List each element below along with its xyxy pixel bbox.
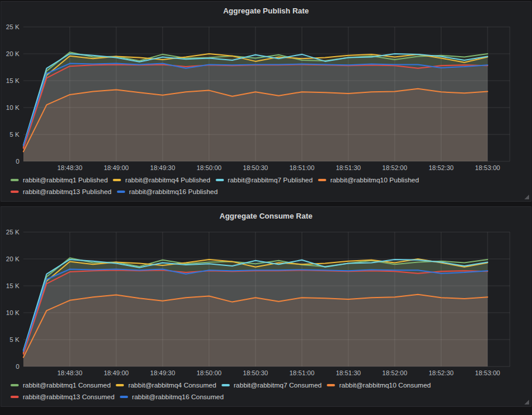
panel-title[interactable]: Aggregate Publish Rate [1, 2, 531, 19]
series-color-swatch [11, 179, 19, 181]
y-tick-label: 20 K [6, 50, 19, 57]
legend-label: rabbit@rabbitmq10 Consumed [339, 381, 431, 390]
y-tick-label: 0 [16, 158, 19, 165]
x-tick-label: 18:50:00 [196, 369, 222, 376]
y-tick-label: 25 K [6, 23, 19, 30]
panel-aggregate-consume-rate: Aggregate Consume Rate 05 K10 K15 K20 K2… [1, 206, 531, 407]
timeseries-chart[interactable]: 05 K10 K15 K20 K25 K18:48:3018:49:0018:4… [1, 224, 531, 378]
x-tick-label: 18:49:30 [150, 164, 175, 171]
panel-aggregate-publish-rate: Aggregate Publish Rate 05 K10 K15 K20 K2… [1, 1, 531, 202]
x-tick-label: 18:51:00 [289, 369, 315, 376]
legend-item[interactable]: rabbit@rabbitmq7 Published [216, 175, 313, 185]
series-color-swatch [222, 384, 230, 386]
series-color-swatch [117, 191, 125, 193]
legend-item[interactable]: rabbit@rabbitmq13 Published [11, 187, 112, 196]
series-color-swatch [120, 396, 128, 398]
y-axis-labels: 05 K10 K15 K20 K25 K [6, 229, 19, 370]
series-color-swatch [11, 396, 19, 398]
x-tick-label: 18:48:30 [57, 369, 82, 376]
legend-item[interactable]: rabbit@rabbitmq16 Consumed [120, 392, 224, 402]
legend-label: rabbit@rabbitmq16 Consumed [132, 392, 224, 402]
timeseries-chart[interactable]: 05 K10 K15 K20 K25 K18:48:3018:49:0018:4… [1, 19, 531, 173]
legend-item[interactable]: rabbit@rabbitmq13 Consumed [11, 392, 115, 402]
y-tick-label: 10 K [6, 104, 19, 111]
x-tick-label: 18:51:30 [336, 369, 361, 376]
series-color-swatch [11, 384, 19, 386]
x-axis-labels: 18:48:3018:49:0018:49:3018:50:0018:50:30… [57, 164, 500, 171]
x-tick-label: 18:52:00 [382, 369, 407, 376]
x-tick-label: 18:49:00 [103, 164, 129, 171]
legend-label: rabbit@rabbitmq7 Consumed [234, 381, 322, 390]
series-color-swatch [113, 179, 121, 181]
panel-resize-handle-icon[interactable] [524, 400, 529, 404]
y-tick-label: 5 K [9, 131, 19, 138]
dashboard: Aggregate Publish Rate 05 K10 K15 K20 K2… [0, 0, 532, 408]
legend-label: rabbit@rabbitmq4 Published [125, 175, 210, 185]
x-tick-label: 18:53:00 [475, 369, 500, 376]
legend-label: rabbit@rabbitmq10 Published [330, 175, 419, 185]
legend-item[interactable]: rabbit@rabbitmq4 Published [113, 175, 210, 185]
x-tick-label: 18:50:30 [243, 164, 268, 171]
legend-label: rabbit@rabbitmq1 Published [23, 175, 108, 185]
panel-resize-handle-icon[interactable] [524, 195, 529, 199]
legend-label: rabbit@rabbitmq7 Published [228, 175, 313, 185]
x-tick-label: 18:50:30 [243, 369, 268, 376]
x-tick-label: 18:50:00 [196, 164, 222, 171]
legend-label: rabbit@rabbitmq13 Published [23, 187, 112, 196]
legend-item[interactable]: rabbit@rabbitmq4 Consumed [116, 381, 216, 390]
legend-item[interactable]: rabbit@rabbitmq10 Consumed [327, 381, 431, 390]
y-axis-labels: 05 K10 K15 K20 K25 K [6, 23, 19, 165]
y-tick-label: 5 K [9, 336, 19, 343]
x-tick-label: 18:52:30 [429, 164, 454, 171]
y-tick-label: 25 K [6, 229, 19, 236]
series-color-swatch [116, 384, 124, 386]
legend-item[interactable]: rabbit@rabbitmq16 Published [117, 187, 218, 196]
y-tick-label: 15 K [6, 77, 19, 84]
legend-item[interactable]: rabbit@rabbitmq1 Published [11, 175, 108, 185]
legend-label: rabbit@rabbitmq4 Consumed [128, 381, 216, 390]
y-tick-label: 0 [16, 363, 19, 370]
x-tick-label: 18:49:00 [103, 369, 129, 376]
legend-item[interactable]: rabbit@rabbitmq7 Consumed [222, 381, 322, 390]
y-tick-label: 15 K [6, 282, 19, 289]
panel-title[interactable]: Aggregate Consume Rate [1, 207, 531, 224]
legend: rabbit@rabbitmq1 Publishedrabbit@rabbitm… [1, 173, 531, 201]
legend-label: rabbit@rabbitmq1 Consumed [23, 381, 110, 390]
x-tick-label: 18:51:00 [289, 164, 315, 171]
x-tick-label: 18:48:30 [57, 164, 82, 171]
x-tick-label: 18:53:00 [475, 164, 500, 171]
x-tick-label: 18:52:30 [429, 369, 454, 376]
series-color-swatch [318, 179, 326, 181]
series-color-swatch [216, 179, 224, 181]
x-tick-label: 18:52:00 [382, 164, 407, 171]
series-color-swatch [327, 384, 335, 386]
y-tick-label: 20 K [6, 255, 19, 262]
x-axis-labels: 18:48:3018:49:0018:49:3018:50:0018:50:30… [57, 369, 500, 376]
x-tick-label: 18:49:30 [150, 369, 175, 376]
series-color-swatch [11, 191, 19, 193]
legend: rabbit@rabbitmq1 Consumedrabbit@rabbitmq… [1, 378, 531, 406]
legend-label: rabbit@rabbitmq13 Consumed [23, 392, 115, 402]
legend-item[interactable]: rabbit@rabbitmq1 Consumed [11, 381, 110, 390]
legend-item[interactable]: rabbit@rabbitmq10 Published [318, 175, 419, 185]
x-tick-label: 18:51:30 [336, 164, 361, 171]
legend-label: rabbit@rabbitmq16 Published [129, 187, 218, 196]
y-tick-label: 10 K [6, 309, 19, 316]
